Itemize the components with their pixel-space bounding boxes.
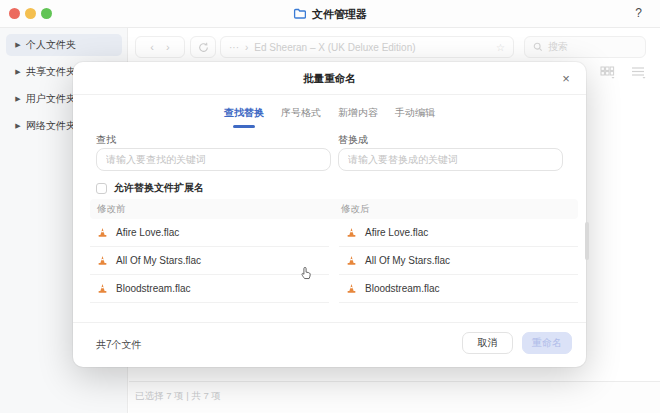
list-view-icon[interactable] [631, 66, 646, 79]
nav-buttons: ‹ › [135, 36, 185, 58]
chevron-right-icon[interactable]: ▶ [10, 95, 26, 103]
toolbar: ‹ › ··· › Ed Sheeran – X (UK Deluxe Edit… [128, 28, 660, 66]
breadcrumb-separator: › [245, 42, 248, 53]
batch-rename-dialog: 批量重命名 × 查找替换 序号格式 新增内容 手动编辑 查找 替换成 允许替换文… [73, 62, 586, 367]
tab-number-format[interactable]: 序号格式 [281, 106, 321, 128]
breadcrumb-path: Ed Sheeran – X (UK Deluxe Edition) [254, 42, 415, 53]
rename-preview-table: 修改前 修改后 Afire Love.flac Afire Love.flac … [90, 199, 578, 303]
app-folder-icon [293, 5, 306, 23]
tab-find-replace[interactable]: 查找替换 [224, 106, 264, 128]
footer-divider [73, 322, 586, 323]
find-input[interactable] [96, 148, 331, 171]
rename-mode-tabs: 查找替换 序号格式 新增内容 手动编辑 [73, 106, 586, 128]
selection-status: 已选择 7 项 | 共 7 项 [135, 390, 221, 403]
table-row-after[interactable]: Afire Love.flac [339, 219, 578, 247]
bookmark-star-icon[interactable]: ☆ [496, 42, 505, 53]
filename: All Of My Stars.flac [116, 255, 201, 266]
grid-view-icon[interactable] [600, 66, 615, 79]
forward-button[interactable]: › [166, 41, 170, 53]
chevron-right-icon[interactable]: ▶ [10, 41, 26, 49]
filename: Afire Love.flac [365, 227, 428, 238]
table-row-before[interactable]: Bloodstream.flac [90, 275, 329, 303]
search-placeholder: 搜索 [548, 40, 568, 54]
tab-manual-edit[interactable]: 手动编辑 [395, 106, 435, 128]
vlc-cone-icon [346, 227, 357, 238]
filename: Bloodstream.flac [365, 283, 439, 294]
checkbox-label: 允许替换文件扩展名 [114, 181, 204, 195]
replace-input[interactable] [338, 148, 563, 171]
table-row-after[interactable]: Bloodstream.flac [339, 275, 578, 303]
status-bar: 已选择 7 项 | 共 7 项 [129, 381, 660, 413]
chevron-right-icon[interactable]: ▶ [10, 68, 26, 76]
sidebar-item-personal-folder[interactable]: ▶ 个人文件夹 [6, 34, 122, 56]
rename-button[interactable]: 重命名 [522, 332, 572, 354]
vlc-cone-icon [346, 283, 357, 294]
allow-replace-extension-row: 允许替换文件扩展名 [96, 181, 204, 195]
chevron-right-icon[interactable]: ▶ [10, 122, 26, 130]
dialog-title: 批量重命名 [73, 62, 586, 95]
filename: Afire Love.flac [116, 227, 179, 238]
sidebar-item-label: 用户文件夹 [26, 92, 76, 106]
column-after: 修改后 [334, 203, 578, 216]
filename: Bloodstream.flac [116, 283, 190, 294]
table-row-before[interactable]: All Of My Stars.flac [90, 247, 329, 275]
dialog-header: 批量重命名 × [73, 62, 586, 95]
refresh-icon [198, 42, 209, 53]
search-icon [533, 42, 543, 52]
window-title: 文件管理器 [312, 7, 367, 22]
breadcrumb-more[interactable]: ··· [229, 42, 239, 53]
file-manager-window: 文件管理器 ? ▶ 个人文件夹 ▶ 共享文件夹 ▶ 用户文件夹 ▶ 网络文件夹 … [0, 0, 660, 413]
breadcrumb[interactable]: ··· › Ed Sheeran – X (UK Deluxe Edition)… [220, 36, 514, 58]
sidebar-item-label: 共享文件夹 [26, 65, 76, 79]
table-body: Afire Love.flac Afire Love.flac All Of M… [90, 219, 578, 303]
help-button[interactable]: ? [635, 6, 642, 20]
table-header: 修改前 修改后 [90, 199, 578, 219]
file-count: 共7个文件 [96, 338, 142, 352]
vlc-cone-icon [346, 255, 357, 266]
column-before: 修改前 [90, 203, 334, 216]
refresh-button[interactable] [190, 36, 216, 58]
table-row-after[interactable]: All Of My Stars.flac [339, 247, 578, 275]
vlc-cone-icon [97, 227, 108, 238]
sidebar-item-label: 网络文件夹 [26, 119, 76, 133]
search-box[interactable]: 搜索 [524, 36, 646, 58]
replace-label: 替换成 [338, 133, 368, 147]
vlc-cone-icon [97, 255, 108, 266]
vlc-cone-icon [97, 283, 108, 294]
checkbox-unchecked[interactable] [96, 183, 107, 194]
view-mode-switcher [600, 66, 646, 79]
sidebar-item-label: 个人文件夹 [26, 38, 76, 52]
back-button[interactable]: ‹ [150, 41, 154, 53]
table-row-before[interactable]: Afire Love.flac [90, 219, 329, 247]
cancel-button[interactable]: 取消 [462, 332, 513, 354]
table-scrollbar[interactable] [585, 222, 589, 260]
titlebar: 文件管理器 ? [0, 0, 660, 28]
tab-add-content[interactable]: 新增内容 [338, 106, 378, 128]
close-icon[interactable]: × [556, 68, 576, 88]
filename: All Of My Stars.flac [365, 255, 450, 266]
find-label: 查找 [96, 133, 116, 147]
